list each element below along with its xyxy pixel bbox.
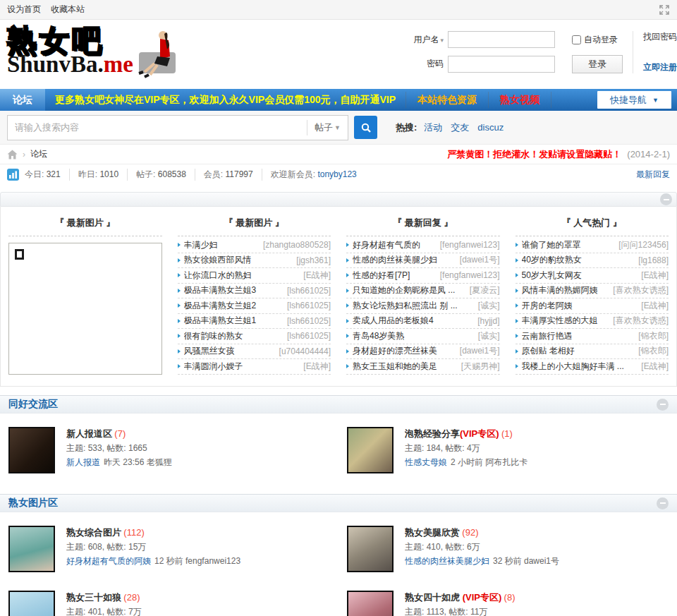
logo-domain: ShunvBa.me <box>7 52 133 76</box>
last-post-link[interactable]: 新人报道 <box>66 457 100 467</box>
search-scope-select[interactable]: 帖子 ▼ <box>307 120 348 135</box>
newest-member-link[interactable]: tonyby123 <box>317 169 356 179</box>
password-label: 密码 <box>413 58 448 70</box>
password-input[interactable] <box>448 56 555 73</box>
search-button[interactable] <box>354 116 377 139</box>
auto-login-checkbox[interactable] <box>572 35 581 44</box>
list-item[interactable]: 熟女王玉姐和她的美足[天赐男神] <box>346 359 500 375</box>
list-item[interactable]: 原创贴 老相好[锦衣郎] <box>516 344 669 360</box>
featured-resources-link[interactable]: 本站特色资源 <box>406 89 488 111</box>
arrow-right-icon <box>346 258 349 262</box>
list-item[interactable]: 风情丰满的熟媚阿姨[喜欢熟女诱惑] <box>516 284 669 299</box>
tab-forum[interactable]: 论坛 <box>0 89 45 111</box>
arrow-right-icon <box>516 319 518 323</box>
forum-thumbnail[interactable] <box>8 526 55 572</box>
forum-thumbnail[interactable] <box>347 591 394 616</box>
quick-nav-label: 快捷导航 <box>610 94 647 107</box>
forum-title-link[interactable]: 熟女综合图片 <box>66 527 121 538</box>
breadcrumb-forum-link[interactable]: 论坛 <box>30 148 47 160</box>
forum-today-count: (112) <box>123 527 144 538</box>
login-button[interactable]: 登录 <box>572 55 623 73</box>
list-item[interactable]: 40岁的豹纹熟女[lg1688] <box>516 253 669 269</box>
hot-link-friends[interactable]: 交友 <box>451 121 469 134</box>
forum-last-post: 性感丈母娘2 小时前 阿布扎比卡 <box>405 455 527 469</box>
hot-search: 热搜: 活动 交友 discuz <box>396 121 512 134</box>
forum-thumbnail[interactable] <box>347 427 394 473</box>
arrow-right-icon <box>516 303 518 308</box>
list-item[interactable]: 50岁大乳女网友[E战神] <box>516 268 669 284</box>
last-post-link[interactable]: 性感丈母娘 <box>405 457 447 467</box>
vip-notice-link[interactable]: 更多熟女吧女神尽在VIP专区，欢迎加入永久VIP会员仅需100元，自助开通VIP <box>45 89 405 111</box>
list-item[interactable]: 好身材超有气质的[fengfanwei123] <box>346 238 500 253</box>
list-item[interactable]: 熟女论坛熟妇私照流出 别 ...[诚实] <box>346 298 500 314</box>
forum-title-link[interactable]: 新人报道区 <box>66 428 112 439</box>
list-item[interactable]: 我楼上的小大姐胸好丰满 ...[E战神] <box>516 359 669 375</box>
list-item[interactable]: 让你流口水的熟妇[E战神] <box>178 268 331 284</box>
list-item[interactable]: 卖成人用品的老板娘4[hyjjd] <box>346 314 500 330</box>
list-item[interactable]: 只知道她的企鹅昵称是凤 ...[夏凌云] <box>346 284 500 299</box>
forum-thumbnail[interactable] <box>8 591 55 616</box>
broken-image-icon <box>15 249 24 260</box>
forgot-password-link[interactable]: 找回密码 <box>643 31 677 43</box>
last-post-link[interactable]: 性感的肉丝袜美腿少妇 <box>405 556 489 566</box>
collapse-button[interactable] <box>657 399 669 411</box>
forum-last-post: 性感的肉丝袜美腿少妇32 秒前 dawei1号 <box>405 554 559 568</box>
list-item[interactable]: 谁偷了她的罩罩[问问123456] <box>516 238 669 253</box>
latest-image-placeholder[interactable] <box>8 243 162 375</box>
list-item[interactable]: 云南旅行艳遇[锦衣郎] <box>516 329 669 344</box>
register-link[interactable]: 立即注册 <box>643 61 677 73</box>
quick-nav-button[interactable]: 快捷导航 ▼ <box>597 91 671 109</box>
search-input[interactable] <box>8 122 307 133</box>
list-item[interactable]: 很有韵味的熟女[lsh661025] <box>178 329 331 344</box>
video-link[interactable]: 熟女视频 <box>489 89 551 111</box>
list-item[interactable]: 极品丰满熟女兰姐3[lsh661025] <box>178 284 331 299</box>
list-item[interactable]: 性感的肉丝袜美腿少妇[dawei1号] <box>346 253 500 269</box>
column-title: 『 人气热门 』 <box>516 210 669 236</box>
stat-yesterday: 昨日: 1010 <box>69 169 127 181</box>
hot-search-label: 热搜: <box>396 121 417 134</box>
list-item[interactable]: 丰满厚实性感的大姐[喜欢熟女诱惑] <box>516 314 669 330</box>
arrow-right-icon <box>516 349 518 354</box>
section-title[interactable]: 熟女图片区 <box>8 497 58 509</box>
utility-bar: 设为首页 收藏本站 <box>0 0 677 20</box>
forum-title-link[interactable]: 熟女四十如虎 <box>405 592 463 603</box>
list-item[interactable]: 熟女徐娘西部风情[jgsh361] <box>178 253 331 269</box>
fullscreen-icon[interactable] <box>659 4 670 16</box>
hot-link-activity[interactable]: 活动 <box>424 121 442 134</box>
collapse-button[interactable] <box>657 497 669 509</box>
forum-thumbnail[interactable] <box>8 427 55 473</box>
list-item[interactable]: 丰满少妇[zhangtao880528] <box>178 238 331 253</box>
forum-title-link[interactable]: 熟女三十如狼 <box>66 592 121 603</box>
list-item[interactable]: 性感的好看[7P][fengfanwei123] <box>346 268 500 284</box>
section-forums-pictures: 熟女综合图片 (112) 主题: 608, 帖数: 15万 好身材超有气质的阿姨… <box>0 512 677 616</box>
bookmark-link[interactable]: 收藏本站 <box>51 4 85 16</box>
breadcrumb-chevron-icon: › <box>23 150 25 159</box>
username-dropdown-caret[interactable]: ▾ <box>440 37 444 44</box>
forum-stats: 主题: 533, 帖数: 1665 <box>66 441 172 455</box>
list-item[interactable]: 青岛48岁美熟[诚实] <box>346 329 500 344</box>
hot-link-discuz[interactable]: discuz <box>477 122 504 133</box>
collapse-button[interactable] <box>660 193 672 205</box>
last-post-link[interactable]: 好身材超有气质的阿姨 <box>66 556 151 566</box>
forum-block-thirty: 熟女三十如狼 (28) 主题: 401, 帖数: 7万 只知道她的企鹅昵称是凤凰… <box>0 581 338 616</box>
list-item[interactable]: 极品丰满熟女兰姐1[lsh661025] <box>178 314 331 330</box>
set-homepage-link[interactable]: 设为首页 <box>7 4 41 16</box>
forum-vip-tag: (VIP专区) <box>463 592 502 603</box>
list-item[interactable]: 开房的老阿姨[E战神] <box>516 298 669 314</box>
home-icon[interactable] <box>7 150 18 159</box>
latest-panel-body: 『 最新图片 』 『 最新图片 』 丰满少妇[zhangtao880528] 熟… <box>0 207 677 387</box>
latest-reply-link[interactable]: 最新回复 <box>636 169 670 181</box>
forum-block-newbie: 新人报道区 (7) 主题: 533, 帖数: 1665 新人报道昨天 23:56… <box>0 418 338 483</box>
list-item[interactable]: 丰满圆润小嫂子[E战神] <box>178 359 331 375</box>
arrow-right-icon <box>516 243 518 247</box>
forum-thumbnail[interactable] <box>347 526 394 572</box>
logo-domain-red: me <box>104 52 133 77</box>
list-item[interactable]: 极品丰满熟女兰姐2[lsh661025] <box>178 298 331 314</box>
username-input[interactable] <box>448 31 555 48</box>
list-item[interactable]: 风骚黑丝女孩[u704404444] <box>178 344 331 360</box>
section-title[interactable]: 同好交流区 <box>8 398 58 411</box>
forum-title-link[interactable]: 泡熟经验分享 <box>405 428 460 439</box>
forum-title-link[interactable]: 熟女美腿欣赏 <box>405 527 460 538</box>
search-icon <box>360 122 372 133</box>
list-item[interactable]: 身材超好的漂亮丝袜美[dawei1号] <box>346 344 500 360</box>
